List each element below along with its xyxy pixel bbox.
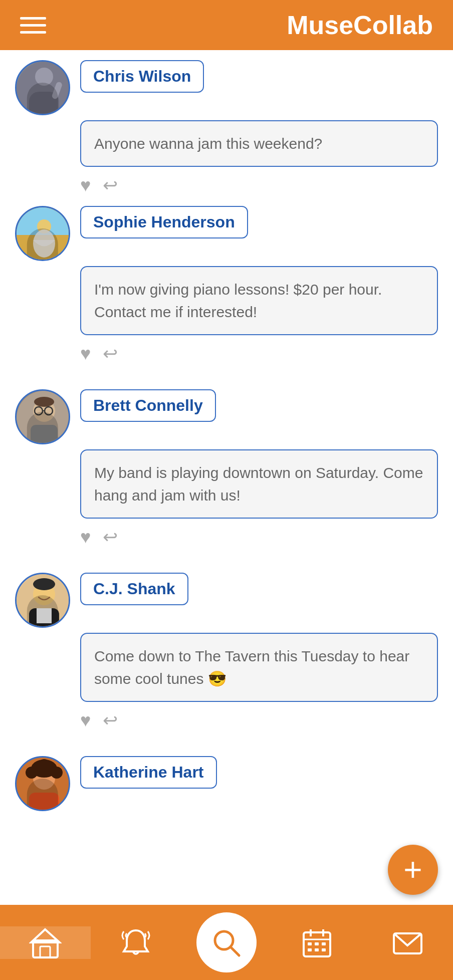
post-item: Katherine Hart [15, 756, 438, 816]
post-actions: ♥ ↩ [80, 175, 438, 196]
post-message: My band is playing downtown on Saturday.… [94, 461, 424, 507]
message-bubble: I'm now giving piano lessons! $20 per ho… [80, 266, 438, 335]
nav-home[interactable] [0, 926, 91, 959]
app-title: MuseCollab [287, 10, 433, 40]
post-header: Brett Connelly [15, 389, 438, 444]
name-bubble[interactable]: C.J. Shank [80, 573, 188, 605]
like-button[interactable]: ♥ [80, 175, 91, 196]
poster-name: Katherine Hart [93, 763, 204, 781]
svg-point-7 [37, 219, 51, 233]
name-bubble[interactable]: Chris Wilson [80, 60, 204, 93]
svg-rect-2 [29, 92, 59, 115]
post-name-row: Brett Connelly [80, 389, 216, 422]
post-message: Anyone wanna jam this weekend? [94, 132, 424, 155]
poster-name: Chris Wilson [93, 67, 191, 85]
nav-messages[interactable] [362, 926, 453, 959]
post-message: Come down to The Tavern this Tuesday to … [94, 645, 424, 690]
reply-button[interactable]: ↩ [103, 527, 118, 548]
post-message: I'm now giving piano lessons! $20 per ho… [94, 278, 424, 323]
post-header: Chris Wilson [15, 60, 438, 115]
svg-rect-5 [17, 235, 70, 261]
post-header: Sophie Henderson [15, 206, 438, 261]
message-bubble: Come down to The Tavern this Tuesday to … [80, 633, 438, 702]
home-icon [29, 926, 62, 959]
nav-search[interactable] [181, 912, 272, 972]
poster-name: C.J. Shank [93, 580, 175, 598]
post-name-row: C.J. Shank [80, 573, 188, 605]
svg-point-1 [35, 68, 53, 86]
bell-icon [120, 926, 152, 959]
post-actions: ♥ ↩ [80, 527, 438, 548]
avatar[interactable] [15, 389, 70, 444]
nav-notifications[interactable] [91, 926, 181, 959]
search-icon [210, 926, 243, 959]
reply-button[interactable]: ↩ [103, 343, 118, 364]
like-button[interactable]: ♥ [80, 527, 91, 548]
svg-rect-20 [37, 608, 52, 623]
message-bubble: My band is playing downtown on Saturday.… [80, 449, 438, 519]
svg-point-11 [34, 397, 54, 407]
message-bubble: Anyone wanna jam this weekend? [80, 120, 438, 167]
name-bubble[interactable]: Brett Connelly [80, 389, 216, 422]
poster-name: Brett Connelly [93, 396, 203, 414]
nav-calendar[interactable] [272, 926, 362, 959]
svg-rect-38 [315, 942, 319, 945]
search-circle [196, 912, 257, 972]
reply-button[interactable]: ↩ [103, 175, 118, 196]
svg-rect-15 [31, 425, 58, 444]
avatar[interactable] [15, 756, 70, 811]
like-button[interactable]: ♥ [80, 343, 91, 364]
feed-container: Chris Wilson Anyone wanna jam this weeke… [0, 50, 453, 905]
avatar[interactable] [15, 60, 70, 115]
svg-rect-37 [308, 942, 312, 945]
poster-name: Sophie Henderson [93, 213, 235, 231]
post-header: Katherine Hart [15, 756, 438, 811]
like-button[interactable]: ♥ [80, 710, 91, 731]
app-header: MuseCollab [0, 0, 453, 50]
post-actions: ♥ ↩ [80, 343, 438, 364]
svg-rect-40 [308, 948, 312, 951]
calendar-icon [301, 926, 333, 959]
svg-rect-27 [29, 793, 59, 811]
post-item: Sophie Henderson I'm now giving piano le… [15, 206, 438, 374]
svg-rect-30 [40, 946, 50, 957]
svg-rect-41 [315, 948, 319, 951]
svg-point-25 [51, 767, 63, 779]
post-item: C.J. Shank Come down to The Tavern this … [15, 573, 438, 741]
svg-rect-19 [29, 608, 59, 628]
svg-point-24 [26, 767, 38, 779]
fab-button[interactable]: + [388, 845, 438, 895]
name-bubble[interactable]: Sophie Henderson [80, 206, 248, 238]
name-bubble[interactable]: Katherine Hart [80, 756, 217, 789]
bottom-nav [0, 905, 453, 980]
post-name-row: Sophie Henderson [80, 206, 248, 238]
svg-line-32 [231, 947, 239, 955]
svg-rect-42 [322, 948, 326, 951]
avatar[interactable] [15, 573, 70, 628]
reply-button[interactable]: ↩ [103, 710, 118, 731]
svg-point-26 [38, 759, 50, 771]
post-name-row: Katherine Hart [80, 756, 217, 789]
svg-rect-39 [322, 942, 326, 945]
post-actions: ♥ ↩ [80, 710, 438, 731]
svg-point-8 [33, 229, 55, 258]
svg-point-18 [33, 578, 55, 590]
mail-icon [391, 926, 424, 959]
post-name-row: Chris Wilson [80, 60, 204, 93]
post-item: Chris Wilson Anyone wanna jam this weeke… [15, 60, 438, 206]
avatar[interactable] [15, 206, 70, 261]
post-item: Brett Connelly My band is playing downto… [15, 389, 438, 558]
fab-plus-icon: + [403, 854, 422, 886]
post-header: C.J. Shank [15, 573, 438, 628]
menu-button[interactable] [20, 17, 46, 34]
